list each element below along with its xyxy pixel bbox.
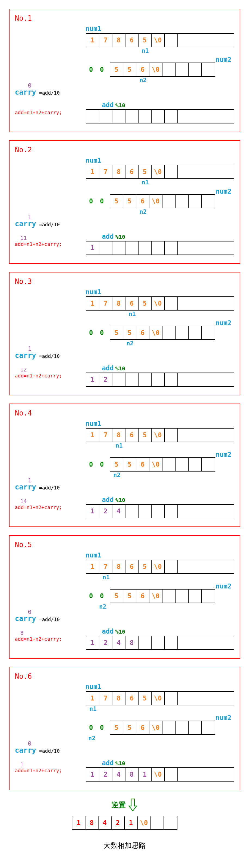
cell xyxy=(126,110,139,123)
cell xyxy=(178,692,191,705)
cell: 5 xyxy=(123,590,136,602)
num1-label: num1 xyxy=(86,683,102,691)
cell xyxy=(175,458,189,471)
cell: 1 xyxy=(86,429,99,442)
n2-pointer: n2 xyxy=(140,208,147,215)
n1-pointer: n1 xyxy=(103,574,110,581)
n1-pointer: n1 xyxy=(142,179,149,186)
cell xyxy=(202,721,215,734)
carry-value: 1 xyxy=(28,477,32,484)
add-formula: add=n1+n2+carry; xyxy=(15,636,62,642)
cell xyxy=(151,636,165,649)
num2-array: 556\0 xyxy=(110,326,215,340)
add-label: add xyxy=(102,101,114,109)
add-value: 11 xyxy=(20,235,27,241)
step-number: No.6 xyxy=(15,672,234,680)
cell xyxy=(139,242,151,254)
cell: 1 xyxy=(86,373,99,386)
cell: \0 xyxy=(138,816,151,829)
cell xyxy=(189,458,202,471)
cell: 5 xyxy=(123,63,136,76)
cell: 6 xyxy=(126,560,139,573)
cell: \0 xyxy=(151,297,165,310)
cell: 1 xyxy=(86,636,99,649)
final-section: 逆置 18421\0 xyxy=(9,798,240,830)
cell xyxy=(202,326,215,339)
cell: 1 xyxy=(86,692,99,705)
pad-zero: 0 xyxy=(96,461,108,468)
cell: 4 xyxy=(112,505,126,518)
cell: 4 xyxy=(99,816,112,829)
result-array: 1 xyxy=(86,241,234,255)
pad-zero: 0 xyxy=(86,461,96,468)
cell xyxy=(189,63,202,76)
cell: 8 xyxy=(112,165,126,178)
cell xyxy=(99,110,112,123)
cell: 5 xyxy=(110,326,123,339)
n1-pointer: n1 xyxy=(129,311,136,317)
cell xyxy=(175,721,189,734)
cell xyxy=(202,458,215,471)
cell xyxy=(86,110,99,123)
cell xyxy=(165,242,178,254)
carry-label: carry xyxy=(15,746,36,754)
cell: 6 xyxy=(136,458,149,471)
cell: 5 xyxy=(110,195,123,208)
cell: 2 xyxy=(112,816,124,829)
cell: 5 xyxy=(110,458,123,471)
pad-zeros: 0 0 xyxy=(86,329,108,337)
carry-value: 1 xyxy=(28,214,32,220)
cell xyxy=(165,636,178,649)
num1-array: 17865\0 xyxy=(86,691,234,705)
cell: 8 xyxy=(112,34,126,47)
cell: 7 xyxy=(99,297,112,310)
cell: 6 xyxy=(136,590,149,602)
cell: 5 xyxy=(139,165,151,178)
result-array: 12481\0 xyxy=(86,767,234,781)
carry-value: 0 xyxy=(28,609,32,615)
cell xyxy=(175,195,189,208)
cell xyxy=(178,34,191,47)
num1-array: 17865\0 xyxy=(86,33,234,47)
cell xyxy=(112,373,126,386)
cell xyxy=(178,373,191,386)
mod-label: %10 xyxy=(115,234,125,240)
cell xyxy=(164,816,177,829)
cell xyxy=(189,721,202,734)
n2-pointer: n2 xyxy=(99,603,107,610)
num2-row: 0 0 556\0 xyxy=(86,589,234,603)
cell: \0 xyxy=(149,326,163,339)
cell xyxy=(165,768,178,781)
add-formula: add=n1+n2+carry; xyxy=(15,373,62,378)
cell xyxy=(175,326,189,339)
result-array xyxy=(86,109,234,123)
cell xyxy=(178,242,191,254)
cell xyxy=(165,429,178,442)
mod-label: %10 xyxy=(115,760,125,767)
cell: 1 xyxy=(86,768,99,781)
cell: 1 xyxy=(73,816,85,829)
cell: 1 xyxy=(86,165,99,178)
step-number: No.2 xyxy=(15,146,234,154)
cell xyxy=(178,768,191,781)
cell: 6 xyxy=(126,34,139,47)
cell: 2 xyxy=(99,505,112,518)
cell xyxy=(178,505,191,518)
cell: \0 xyxy=(149,590,163,602)
carry-eq: =add/10 xyxy=(36,748,60,754)
n1-pointer: n1 xyxy=(89,705,97,712)
pad-zeros: 0 0 xyxy=(86,724,108,732)
cell: 1 xyxy=(86,242,99,254)
num2-row: 0 0 556\0 xyxy=(86,457,234,471)
num1-array: 17865\0 xyxy=(86,428,234,442)
cell xyxy=(165,297,178,310)
n1-pointer: n1 xyxy=(142,47,149,54)
cell xyxy=(189,326,202,339)
pad-zeros: 0 0 xyxy=(86,461,108,468)
num2-label: num2 xyxy=(216,714,231,722)
cell: 8 xyxy=(112,297,126,310)
result-array: 1248 xyxy=(86,636,234,650)
diagram-title: 大数相加思路 xyxy=(3,841,246,850)
mod-label: %10 xyxy=(115,628,125,635)
pad-zero: 0 xyxy=(96,724,108,732)
